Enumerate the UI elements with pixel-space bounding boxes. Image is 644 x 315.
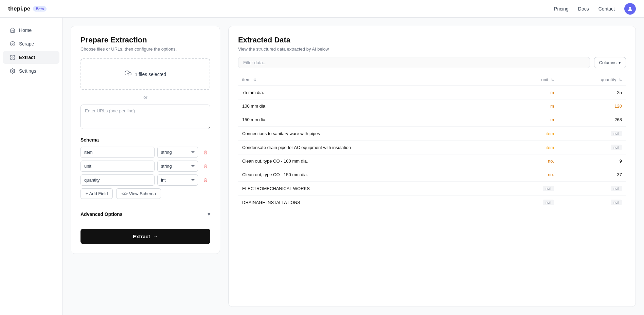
- nav-docs[interactable]: Docs: [578, 6, 589, 12]
- filter-input[interactable]: [238, 57, 590, 68]
- cell-item: Clean out, type CO - 150 mm dia.: [238, 168, 490, 182]
- cell-quantity: 25: [558, 86, 626, 99]
- table-header: item ⇅ unit ⇅ quantity ⇅: [238, 74, 626, 86]
- sidebar-item-home[interactable]: Home: [3, 24, 59, 37]
- table-row: 75 mm dia.m25: [238, 86, 626, 99]
- col-quantity[interactable]: quantity ⇅: [558, 74, 626, 86]
- field-name-1[interactable]: [80, 161, 155, 172]
- extract-icon: [10, 54, 16, 60]
- svg-point-0: [629, 7, 631, 9]
- sidebar: Home Scrape Extract Settings: [0, 18, 62, 315]
- extraction-card: Prepare Extraction Choose files or URLs,…: [71, 26, 220, 254]
- cell-unit: null: [490, 182, 558, 196]
- cell-quantity: null: [558, 196, 626, 209]
- add-field-button[interactable]: + Add Field: [80, 188, 113, 199]
- sidebar-item-settings[interactable]: Settings: [3, 64, 59, 77]
- right-panel-subtitle: View the structured data extracted by AI…: [238, 47, 626, 52]
- advanced-options-toggle[interactable]: Advanced Options ▾: [80, 206, 210, 222]
- field-name-2[interactable]: [80, 174, 155, 186]
- nav-links: Pricing Docs Contact: [554, 3, 636, 15]
- left-panel-title: Prepare Extraction: [80, 36, 210, 44]
- home-icon: [10, 27, 16, 33]
- schema-actions: + Add Field </> View Schema: [80, 188, 210, 199]
- file-upload-area[interactable]: 1 files selected: [80, 58, 210, 90]
- extract-arrow: →: [153, 234, 158, 239]
- cell-item: Condensate drain pipe for AC equipment w…: [238, 141, 490, 154]
- delete-field-1[interactable]: [201, 162, 210, 171]
- table-row: Connections to sanitary ware with pipesi…: [238, 127, 626, 141]
- data-table: item ⇅ unit ⇅ quantity ⇅ 75 mm dia.m2510…: [238, 74, 626, 209]
- field-type-0[interactable]: stringintfloatbool: [157, 147, 198, 158]
- data-table-wrap: item ⇅ unit ⇅ quantity ⇅ 75 mm dia.m2510…: [229, 74, 636, 307]
- chevron-down-icon: ▾: [208, 211, 210, 217]
- nav-pricing[interactable]: Pricing: [554, 6, 569, 12]
- files-selected-label: 1 files selected: [135, 72, 166, 77]
- right-panel-header: Extracted Data View the structured data …: [229, 26, 636, 57]
- table-row: ELECTROMECHANICAL WORKSnullnull: [238, 182, 626, 196]
- advanced-label: Advanced Options: [80, 211, 123, 217]
- brand: thepi.pe Beta: [8, 5, 47, 12]
- field-name-0[interactable]: [80, 147, 155, 158]
- scrape-icon: [10, 41, 16, 47]
- field-type-2[interactable]: stringintfloatbool: [157, 174, 198, 186]
- extract-button[interactable]: Extract →: [80, 229, 210, 244]
- cell-unit: item: [490, 127, 558, 141]
- or-divider: or: [80, 95, 210, 100]
- left-panel: Prepare Extraction Choose files or URLs,…: [71, 26, 220, 307]
- sort-icon-item: ⇅: [253, 78, 256, 82]
- table-row: Clean out, type CO - 100 mm dia.no.9: [238, 154, 626, 168]
- delete-field-2[interactable]: [201, 175, 210, 185]
- extract-label: Extract: [133, 234, 150, 239]
- cell-unit: m: [490, 86, 558, 99]
- cell-item: 100 mm dia.: [238, 99, 490, 113]
- columns-button[interactable]: Columns ▾: [594, 57, 626, 68]
- main-content: Prepare Extraction Choose files or URLs,…: [62, 18, 644, 315]
- cell-quantity: 120: [558, 99, 626, 113]
- table-row: 150 mm dia.m268: [238, 113, 626, 127]
- field-type-1[interactable]: stringintfloatbool: [157, 161, 198, 172]
- table-row: Condensate drain pipe for AC equipment w…: [238, 141, 626, 154]
- view-schema-button[interactable]: </> View Schema: [116, 188, 161, 199]
- cell-item: ELECTROMECHANICAL WORKS: [238, 182, 490, 196]
- svg-rect-3: [11, 55, 12, 57]
- user-avatar[interactable]: [624, 3, 636, 15]
- upload-icon: [125, 70, 131, 78]
- table-row: DRAINAGE INSTALLATIONSnullnull: [238, 196, 626, 209]
- top-nav: thepi.pe Beta Pricing Docs Contact: [0, 0, 644, 18]
- sort-icon-quantity: ⇅: [619, 78, 622, 82]
- table-row: 100 mm dia.m120: [238, 99, 626, 113]
- svg-point-7: [12, 70, 13, 72]
- cell-unit: no.: [490, 154, 558, 168]
- svg-point-1: [10, 41, 15, 46]
- schema-label: Schema: [80, 137, 210, 143]
- cell-quantity: null: [558, 182, 626, 196]
- cell-quantity: 9: [558, 154, 626, 168]
- columns-chevron-icon: ▾: [619, 60, 621, 65]
- sidebar-label-home: Home: [19, 27, 32, 33]
- delete-field-0[interactable]: [201, 148, 210, 157]
- cell-unit: m: [490, 99, 558, 113]
- svg-rect-5: [11, 58, 12, 59]
- nav-contact[interactable]: Contact: [598, 6, 615, 12]
- right-panel-toolbar: Columns ▾: [229, 57, 636, 74]
- svg-rect-6: [13, 58, 15, 59]
- cell-unit: no.: [490, 168, 558, 182]
- cell-quantity: 37: [558, 168, 626, 182]
- sort-icon-unit: ⇅: [551, 78, 554, 82]
- cell-quantity: 268: [558, 113, 626, 127]
- sidebar-item-extract[interactable]: Extract: [3, 51, 59, 64]
- col-unit[interactable]: unit ⇅: [490, 74, 558, 86]
- url-input[interactable]: [80, 105, 210, 129]
- cell-quantity: null: [558, 127, 626, 141]
- schema-row-0: stringintfloatbool: [80, 147, 210, 158]
- table-body: 75 mm dia.m25100 mm dia.m120150 mm dia.m…: [238, 86, 626, 209]
- cell-quantity: null: [558, 141, 626, 154]
- schema-fields: stringintfloatbool stringintfloatbool: [80, 147, 210, 186]
- sidebar-item-scrape[interactable]: Scrape: [3, 37, 59, 50]
- settings-icon: [10, 68, 16, 74]
- sidebar-label-extract: Extract: [19, 55, 35, 60]
- col-item[interactable]: item ⇅: [238, 74, 490, 86]
- schema-row-1: stringintfloatbool: [80, 161, 210, 172]
- right-panel-title: Extracted Data: [238, 36, 626, 44]
- table-row: Clean out, type CO - 150 mm dia.no.37: [238, 168, 626, 182]
